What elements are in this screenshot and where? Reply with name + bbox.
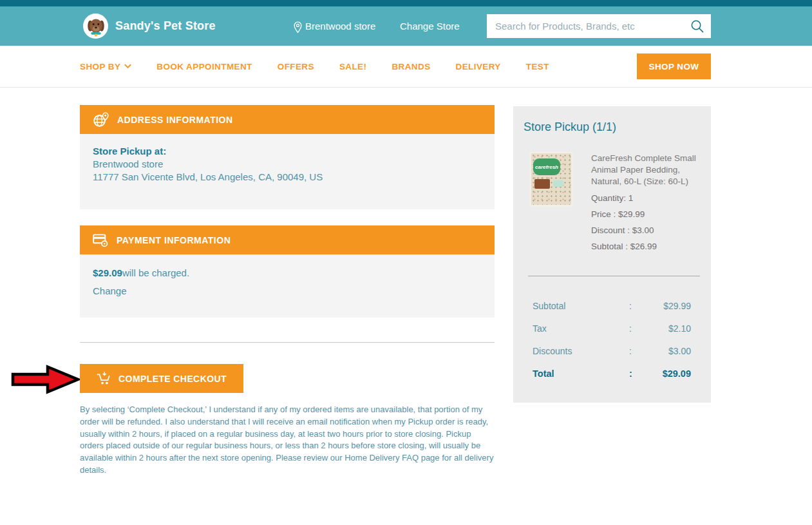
pickup-store-name: Brentwood store	[93, 158, 482, 171]
location-pin-icon	[292, 21, 303, 35]
total-row: Total : $29.09	[533, 362, 691, 385]
charge-amount: $29.09	[93, 267, 122, 278]
order-summary-title: Store Pickup (1/1)	[524, 120, 616, 134]
globe-pin-icon	[93, 112, 109, 128]
credit-card-icon	[93, 233, 108, 247]
address-section-body: Store Pickup at: Brentwood store 11777 S…	[80, 134, 495, 209]
main-nav: SHOP BY BOOK APPOINTMENT OFFERS SALE! BR…	[0, 46, 812, 88]
totals-table: Subtotal : $29.99 Tax : $2.10 Discounts …	[533, 294, 691, 385]
order-summary-panel: Store Pickup (1/1) carefresh CareFresh C…	[513, 106, 711, 403]
nav-item-brands[interactable]: BRANDS	[392, 62, 430, 72]
search-box	[487, 14, 711, 38]
nav-item-test[interactable]: TEST	[526, 62, 549, 72]
discounts-label: Discounts	[533, 346, 629, 356]
address-section-title: ADDRESS INFORMATION	[117, 115, 233, 125]
site-header: Sandy's Pet Store Brentwood store Change…	[0, 6, 812, 46]
address-section-header: ADDRESS INFORMATION	[80, 105, 495, 134]
total-value: $29.09	[642, 368, 691, 379]
red-arrow-annotation	[11, 365, 80, 394]
discounts-row: Discounts : $3.00	[533, 339, 691, 362]
complete-checkout-label: COMPLETE CHECKOUT	[118, 374, 227, 384]
product-image: carefresh	[529, 151, 573, 207]
product-discount: Discount : $3.00	[591, 225, 702, 236]
total-label: Total	[533, 368, 629, 379]
chevron-down-icon	[124, 64, 131, 69]
complete-checkout-button[interactable]: COMPLETE CHECKOUT	[80, 364, 243, 393]
charge-text: will be charged.	[122, 267, 189, 278]
separator: :	[629, 346, 642, 356]
cart-down-arrow-icon	[97, 371, 111, 386]
product-info: CareFresh Complete Small Animal Paper Be…	[591, 153, 702, 252]
separator: :	[629, 323, 642, 334]
nav-item-sale[interactable]: SALE!	[339, 62, 367, 72]
change-payment-link[interactable]: Change	[93, 285, 127, 296]
current-store-label: Brentwood store	[305, 21, 375, 32]
pickup-at-label: Store Pickup at:	[93, 145, 482, 158]
nav-item-book-appointment[interactable]: BOOK APPOINTMENT	[156, 62, 252, 72]
product-subtotal: Subtotal : $26.99	[591, 241, 702, 252]
nav-item-shop-by[interactable]: SHOP BY	[80, 62, 131, 72]
subtotal-row: Subtotal : $29.99	[533, 294, 691, 317]
checkout-disclaimer: By selecting ‘Complete Checkout,’ I unde…	[80, 404, 496, 477]
product-price: Price : $29.99	[591, 209, 702, 220]
search-icon[interactable]	[690, 19, 704, 33]
tax-row: Tax : $2.10	[533, 317, 691, 339]
product-image-brand: carefresh	[533, 158, 560, 175]
subtotal-label: Subtotal	[533, 301, 629, 311]
store-name: Sandy's Pet Store	[115, 19, 216, 33]
pickup-store-address: 11777 San Vicente Blvd, Los Angeles, CA,…	[93, 171, 482, 184]
nav-item-label: SHOP BY	[80, 62, 120, 72]
tax-value: $2.10	[642, 323, 691, 334]
subtotal-value: $29.99	[642, 301, 691, 311]
shop-now-button[interactable]: SHOP NOW	[637, 53, 711, 79]
discounts-value: $3.00	[642, 346, 691, 356]
dog-avatar-icon	[85, 15, 107, 37]
search-input[interactable]	[487, 14, 711, 38]
store-logo[interactable]	[83, 14, 108, 39]
product-name: CareFresh Complete Small Animal Paper Be…	[591, 153, 702, 187]
change-store-link[interactable]: Change Store	[400, 21, 460, 32]
payment-section-body: $29.09will be charged. Change	[80, 254, 495, 318]
charge-line: $29.09will be charged.	[93, 267, 482, 278]
separator: :	[629, 301, 642, 311]
tax-label: Tax	[533, 323, 629, 334]
product-quantity: Quantity: 1	[591, 193, 702, 204]
nav-links: SHOP BY BOOK APPOINTMENT OFFERS SALE! BR…	[80, 46, 549, 87]
separator: :	[629, 368, 642, 379]
nav-item-offers[interactable]: OFFERS	[278, 62, 314, 72]
payment-section-title: PAYMENT INFORMATION	[117, 235, 231, 245]
summary-divider	[528, 276, 700, 276]
product-image-accent-2	[553, 180, 563, 187]
product-image-accent	[534, 179, 550, 189]
payment-section-header: PAYMENT INFORMATION	[80, 225, 495, 254]
nav-item-delivery[interactable]: DELIVERY	[456, 62, 501, 72]
top-strip	[0, 0, 812, 6]
section-divider	[80, 342, 495, 343]
